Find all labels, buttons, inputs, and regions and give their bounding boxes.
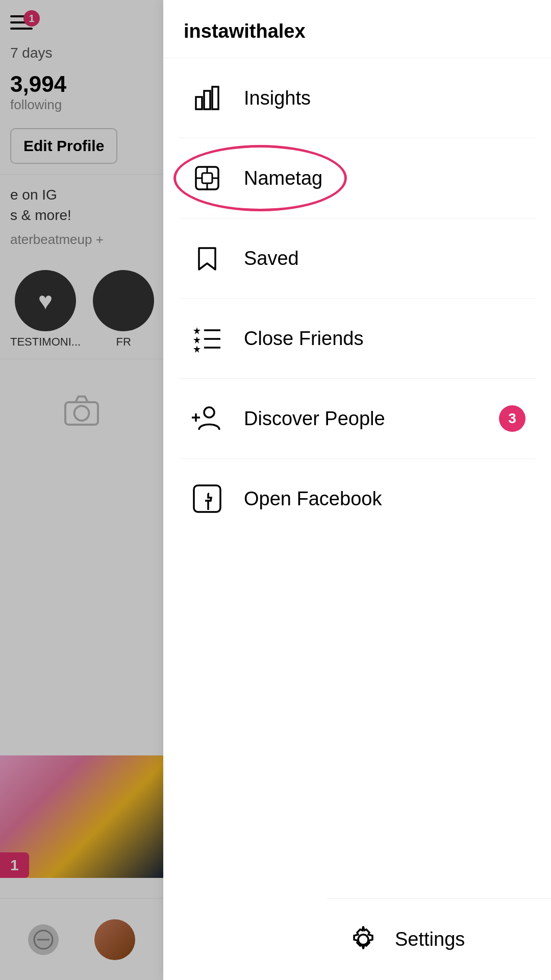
menu-list: Insights Nametag <box>163 58 551 538</box>
svg-marker-13 <box>193 327 201 334</box>
menu-item-discover-people[interactable]: Discover People 3 <box>179 379 536 459</box>
menu-item-insights[interactable]: Insights <box>179 58 536 138</box>
menu-label-insights: Insights <box>244 87 311 109</box>
svg-point-19 <box>204 407 214 418</box>
settings-label: Settings <box>395 928 465 950</box>
svg-marker-14 <box>193 336 201 344</box>
menu-label-open-facebook: Open Facebook <box>244 488 382 510</box>
svg-rect-5 <box>204 91 210 109</box>
nametag-icon <box>189 160 226 197</box>
close-friends-icon <box>189 320 226 357</box>
svg-rect-6 <box>212 87 218 109</box>
menu-item-nametag[interactable]: Nametag <box>179 138 536 218</box>
menu-item-close-friends[interactable]: Close Friends <box>179 299 536 379</box>
facebook-icon <box>189 480 226 517</box>
menu-username: instawithalex <box>184 20 306 42</box>
menu-label-discover-people: Discover People <box>244 408 385 430</box>
svg-marker-15 <box>193 346 201 353</box>
dim-overlay[interactable] <box>0 0 163 980</box>
dropdown-menu: instawithalex Insights <box>163 0 551 980</box>
svg-rect-22 <box>194 485 220 512</box>
svg-rect-4 <box>196 97 202 109</box>
menu-label-close-friends: Close Friends <box>244 328 363 350</box>
settings-icon <box>347 923 380 956</box>
menu-header: instawithalex <box>163 0 551 58</box>
bar-chart-icon <box>189 80 226 116</box>
menu-item-open-facebook[interactable]: Open Facebook <box>179 459 536 538</box>
bookmark-icon <box>189 240 226 277</box>
discover-people-icon <box>189 400 226 437</box>
menu-label-nametag: Nametag <box>244 167 322 189</box>
svg-point-24 <box>358 935 368 945</box>
settings-bar[interactable]: Settings <box>327 898 551 980</box>
menu-item-saved[interactable]: Saved <box>179 218 536 299</box>
svg-rect-8 <box>202 173 212 183</box>
discover-people-badge: 3 <box>499 405 525 432</box>
menu-label-saved: Saved <box>244 248 299 270</box>
